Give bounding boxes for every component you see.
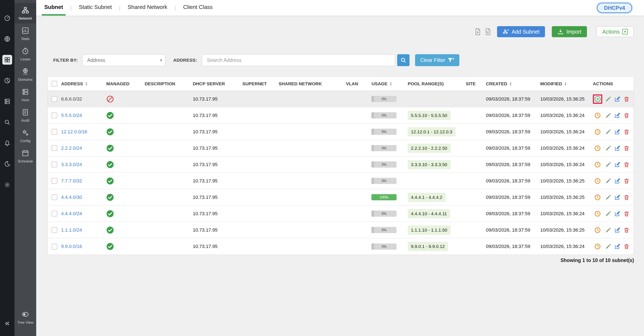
pen-icon[interactable] (605, 227, 612, 233)
import-button[interactable]: Import (552, 26, 587, 37)
add-subnet-button[interactable]: Add Subnet (497, 26, 545, 37)
collapse-sidebar-button[interactable]: « (0, 319, 14, 327)
pen-icon[interactable] (605, 112, 612, 119)
pen-icon[interactable] (605, 145, 612, 152)
actions-button[interactable]: Actions ▾ (596, 26, 634, 37)
sidebar-item-network[interactable]: Network (14, 3, 36, 23)
edit-icon[interactable] (614, 227, 620, 233)
pen-icon[interactable] (605, 162, 612, 168)
edit-icon[interactable] (614, 145, 620, 152)
select-all-checkbox[interactable] (52, 81, 57, 87)
delete-icon[interactable] (623, 112, 630, 119)
column-header-modified[interactable]: MODIFIED▲▼ (538, 77, 591, 91)
tab-shared-network[interactable]: Shared Network (125, 0, 170, 15)
row-checkbox[interactable] (52, 178, 57, 184)
reports-pie-icon[interactable] (2, 76, 12, 85)
row-checkbox[interactable] (52, 162, 57, 167)
row-checkbox[interactable] (52, 227, 57, 233)
row-checkbox[interactable] (52, 211, 57, 216)
pen-icon[interactable] (605, 96, 612, 102)
pen-icon[interactable] (605, 210, 612, 217)
delete-icon[interactable] (623, 243, 630, 250)
delete-icon[interactable] (623, 227, 630, 233)
edit-icon[interactable] (614, 243, 620, 250)
notifications-bell-icon[interactable] (2, 138, 12, 148)
clock-icon[interactable] (594, 194, 601, 200)
edit-icon[interactable] (614, 178, 620, 184)
clock-icon[interactable] (594, 112, 601, 119)
delete-icon[interactable] (623, 145, 630, 152)
row-checkbox[interactable] (52, 145, 57, 151)
pen-icon[interactable] (605, 178, 612, 184)
tab-client-class[interactable]: Client Class (180, 0, 215, 15)
search-address-input[interactable] (202, 54, 395, 66)
sort-icon[interactable]: ▲▼ (510, 82, 512, 86)
edit-icon[interactable] (614, 210, 620, 217)
edit-icon[interactable] (614, 96, 620, 102)
tab-static-subnet[interactable]: Static Subnet (76, 0, 114, 15)
excel-export-icon[interactable] (485, 28, 491, 35)
delete-icon[interactable] (623, 162, 630, 168)
clock-icon[interactable] (594, 227, 601, 233)
clock-icon[interactable] (594, 129, 601, 135)
subnet-address-link[interactable]: 12.12.0.0/16 (61, 129, 87, 134)
row-checkbox[interactable] (52, 96, 57, 102)
dark-mode-moon-icon[interactable] (2, 159, 12, 169)
sort-icon[interactable]: ▲▼ (85, 82, 88, 86)
sidebar-item-lease[interactable]: Lease (14, 44, 36, 64)
subnet-address-link[interactable]: 1.1.1.0/24 (61, 227, 82, 233)
server-stack-icon[interactable] (2, 97, 12, 106)
sidebar-item-audit[interactable]: Audit (14, 105, 36, 126)
subnet-address-link[interactable]: 5.5.5.0/24 (61, 113, 82, 118)
row-checkbox[interactable] (52, 244, 57, 249)
clock-icon[interactable] (594, 162, 601, 168)
sidebar-item-host[interactable]: Host (14, 85, 36, 105)
clock-icon[interactable] (594, 145, 601, 152)
delete-icon[interactable] (623, 178, 630, 184)
dhcp-version-badge[interactable]: DHCPv4 (597, 3, 632, 13)
pdf-export-icon[interactable] (474, 28, 481, 35)
row-checkbox[interactable] (52, 113, 57, 118)
filter-by-select[interactable]: Address ▾ (82, 54, 166, 66)
dns-globe-icon[interactable] (2, 34, 12, 44)
clock-icon[interactable] (594, 210, 601, 217)
clock-icon[interactable] (594, 178, 601, 184)
pen-icon[interactable] (605, 194, 612, 200)
dashboard-icon[interactable] (2, 13, 12, 23)
subnet-address-link[interactable]: 3.3.3.0/24 (61, 162, 82, 167)
subnet-address-link[interactable]: 2.2.2.0/24 (61, 146, 82, 151)
delete-icon[interactable] (623, 194, 630, 200)
clock-icon[interactable] (594, 243, 601, 250)
delete-icon[interactable] (623, 96, 630, 102)
admin-gear-icon[interactable] (2, 180, 12, 190)
edit-icon[interactable] (614, 129, 620, 135)
subnet-address-link[interactable]: 7.7.7.0/32 (61, 178, 82, 183)
edit-icon[interactable] (614, 112, 620, 119)
delete-icon[interactable] (623, 129, 630, 135)
sidebar-item-tree-view[interactable]: Tree View (14, 307, 36, 328)
row-checkbox[interactable] (52, 194, 57, 200)
edit-icon[interactable] (614, 162, 620, 168)
column-header-created[interactable]: CREATED▲▼ (484, 77, 538, 91)
dhcp-grid-icon[interactable] (2, 55, 12, 65)
subnet-address-link[interactable]: 9.9.0.0/16 (61, 244, 82, 249)
search-icon[interactable] (2, 117, 12, 127)
sidebar-item-config[interactable]: Config (14, 126, 36, 146)
sort-icon[interactable]: ▲▼ (390, 82, 392, 86)
pen-icon[interactable] (605, 243, 612, 250)
delete-icon[interactable] (623, 210, 630, 217)
column-header-address[interactable]: ADDRESS▲▼ (60, 77, 104, 91)
sort-icon[interactable]: ▲▼ (564, 82, 567, 86)
subnet-address-link[interactable]: 4.4.4.0/30 (61, 194, 82, 200)
sidebar-item-domains[interactable]: com Domains (14, 64, 36, 85)
column-header-usage[interactable]: USAGE▲▼ (370, 77, 406, 91)
pen-icon[interactable] (605, 129, 612, 135)
play-icon[interactable] (594, 96, 601, 102)
edit-icon[interactable] (614, 194, 620, 200)
search-button[interactable] (397, 54, 410, 66)
row-checkbox[interactable] (52, 129, 57, 135)
sidebar-item-stats[interactable]: Stats (14, 23, 36, 44)
subnet-address-link[interactable]: 4.4.4.0/24 (61, 211, 82, 216)
clear-filter-button[interactable]: Clear Filter (415, 54, 459, 66)
tab-subnet[interactable]: Subnet (42, 0, 66, 15)
